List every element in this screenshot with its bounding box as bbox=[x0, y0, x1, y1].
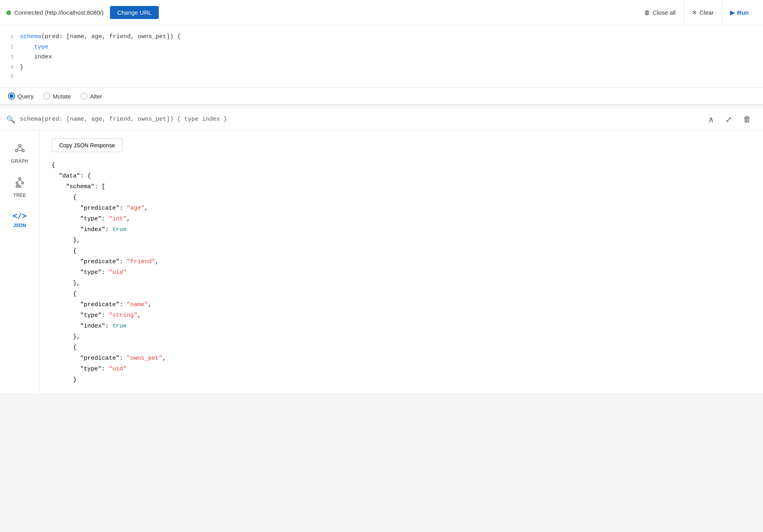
json-line: }, bbox=[52, 278, 751, 289]
radio-label-alter: Alter bbox=[90, 93, 102, 100]
json-line: "type": "uid" bbox=[52, 364, 751, 374]
svg-line-12 bbox=[20, 180, 23, 182]
code-line-4: 4 } bbox=[0, 62, 763, 73]
json-line: { bbox=[52, 160, 751, 171]
svg-point-7 bbox=[16, 182, 18, 184]
svg-point-1 bbox=[15, 149, 18, 152]
svg-line-4 bbox=[20, 147, 23, 149]
json-line: "type": "uid" bbox=[52, 267, 751, 278]
json-line: "predicate": "name", bbox=[52, 299, 751, 310]
close-all-label: Close all bbox=[653, 9, 676, 16]
json-line: }, bbox=[52, 235, 751, 246]
line-num-2: 2 bbox=[0, 43, 20, 52]
radio-inner-query bbox=[10, 94, 13, 98]
code-line-5: 5 bbox=[0, 72, 763, 81]
radio-query[interactable]: Query bbox=[8, 93, 34, 100]
sidebar-item-tree[interactable]: TREE bbox=[0, 171, 39, 204]
line-num-4: 4 bbox=[0, 63, 20, 72]
top-bar-right: 🗑 Close all ✕ Clear ▶ Run bbox=[636, 0, 757, 25]
json-line: { bbox=[52, 342, 751, 353]
line-content-4: } bbox=[20, 62, 23, 73]
expand-button[interactable]: ⤢ bbox=[720, 112, 738, 127]
sidebar-label-tree: TREE bbox=[13, 193, 26, 198]
collapse-button[interactable]: ∧ bbox=[703, 112, 720, 127]
search-actions: ∧ ⤢ 🗑 bbox=[703, 112, 757, 127]
radio-circle-alter bbox=[81, 93, 88, 100]
json-line: "type": "int", bbox=[52, 214, 751, 224]
query-type-bar: Query Mutate Alter bbox=[0, 88, 763, 105]
code-line-3: 3 index bbox=[0, 52, 763, 62]
json-icon: </> bbox=[12, 211, 27, 220]
run-button[interactable]: ▶ Run bbox=[722, 0, 757, 25]
svg-point-6 bbox=[19, 178, 21, 180]
search-icon: 🔍 bbox=[6, 115, 15, 124]
radio-circle-mutate bbox=[43, 93, 50, 100]
search-text: schema(pred: [name, age, friend, owns_pe… bbox=[20, 116, 703, 123]
top-bar: Connected (http://localhost:8080/) Chang… bbox=[0, 0, 763, 25]
line-content-1: schema(pred: [name, age, friend, owns_pe… bbox=[20, 32, 181, 42]
sidebar-label-graph: GRAPH bbox=[11, 158, 28, 164]
json-line: { bbox=[52, 289, 751, 299]
json-line: "index": true bbox=[52, 224, 751, 235]
json-line: "type": "string", bbox=[52, 310, 751, 321]
connection-status: Connected (http://localhost:8080/) bbox=[6, 9, 104, 16]
svg-point-10 bbox=[19, 186, 21, 188]
radio-label-query: Query bbox=[17, 93, 34, 100]
svg-point-8 bbox=[21, 182, 23, 184]
line-num-5: 5 bbox=[0, 72, 20, 81]
svg-point-0 bbox=[19, 145, 21, 147]
status-dot bbox=[6, 10, 11, 15]
clear-button[interactable]: ✕ Clear bbox=[684, 0, 722, 25]
x-icon: ✕ bbox=[692, 9, 697, 16]
results-section: 🔍 schema(pred: [name, age, friend, owns_… bbox=[0, 108, 763, 393]
close-all-button[interactable]: 🗑 Close all bbox=[636, 0, 684, 25]
tree-icon bbox=[14, 177, 25, 190]
radio-label-mutate: Mutate bbox=[53, 93, 71, 100]
code-line-1: 1 schema(pred: [name, age, friend, owns_… bbox=[0, 32, 763, 42]
json-display: { "data": { "schema": [ { "predicate": "… bbox=[52, 160, 751, 385]
run-label: Run bbox=[737, 9, 749, 16]
delete-query-button[interactable]: 🗑 bbox=[738, 112, 757, 127]
code-editor[interactable]: 1 schema(pred: [name, age, friend, owns_… bbox=[0, 25, 763, 87]
line-num-1: 1 bbox=[0, 33, 20, 41]
search-bar: 🔍 schema(pred: [name, age, friend, owns_… bbox=[0, 108, 763, 131]
json-line: "predicate": "friend", bbox=[52, 256, 751, 267]
clear-label: Clear bbox=[699, 9, 714, 16]
json-line: }, bbox=[52, 332, 751, 342]
sidebar-item-graph[interactable]: GRAPH bbox=[0, 137, 39, 170]
sidebar-item-json[interactable]: </> JSON bbox=[0, 205, 39, 234]
radio-alter[interactable]: Alter bbox=[81, 93, 102, 100]
svg-line-3 bbox=[17, 147, 20, 149]
line-num-3: 3 bbox=[0, 53, 20, 62]
json-line: { bbox=[52, 192, 751, 203]
run-icon: ▶ bbox=[730, 9, 735, 16]
sidebar: GRAPH TREE bbox=[0, 131, 40, 393]
json-line: "data": { bbox=[52, 171, 751, 181]
json-line: "predicate": "owns_pet", bbox=[52, 353, 751, 364]
json-line: { bbox=[52, 246, 751, 256]
svg-point-9 bbox=[16, 186, 18, 188]
json-line: "predicate": "age", bbox=[52, 203, 751, 214]
line-content-3: index bbox=[20, 52, 52, 62]
svg-point-2 bbox=[22, 149, 24, 152]
svg-line-11 bbox=[17, 180, 20, 182]
trash-icon: 🗑 bbox=[644, 9, 650, 16]
code-line-2: 2 type bbox=[0, 42, 763, 52]
json-line: "index": true bbox=[52, 321, 751, 332]
radio-circle-query bbox=[8, 93, 15, 100]
editor-area: 1 schema(pred: [name, age, friend, owns_… bbox=[0, 25, 763, 88]
sidebar-label-json: JSON bbox=[13, 223, 26, 228]
json-line: } bbox=[52, 374, 751, 385]
json-content[interactable]: Copy JSON Response { "data": { "schema":… bbox=[40, 131, 763, 393]
radio-mutate[interactable]: Mutate bbox=[43, 93, 71, 100]
line-content-2: type bbox=[20, 42, 48, 52]
graph-icon bbox=[14, 143, 25, 156]
main-content: GRAPH TREE bbox=[0, 131, 763, 393]
change-url-button[interactable]: Change URL bbox=[110, 6, 159, 19]
copy-json-button[interactable]: Copy JSON Response bbox=[52, 139, 123, 152]
connection-label: Connected (http://localhost:8080/) bbox=[14, 9, 104, 16]
json-line: "schema": [ bbox=[52, 181, 751, 192]
top-bar-left: Connected (http://localhost:8080/) Chang… bbox=[6, 6, 159, 19]
